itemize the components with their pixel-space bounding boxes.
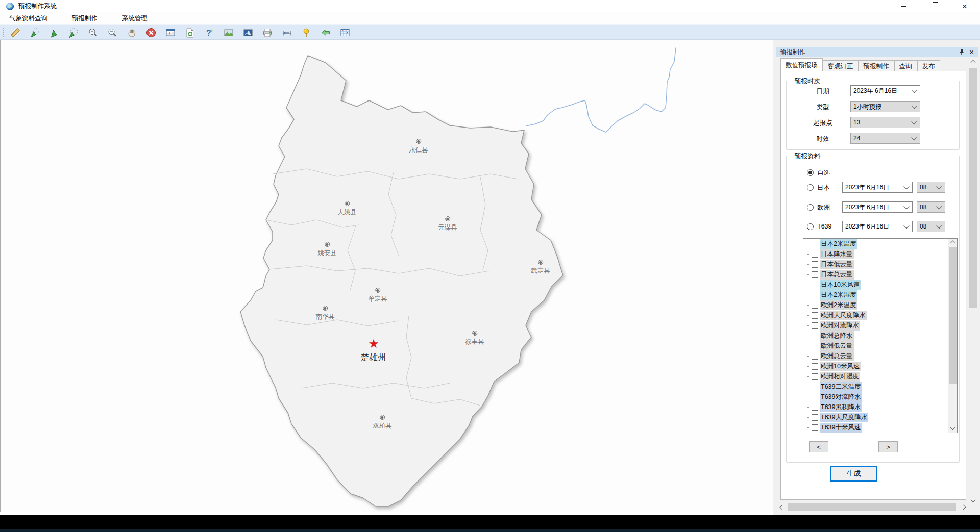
tab-numeric-forecast-field[interactable]: 数值预报场 — [780, 58, 823, 71]
scrollbar-thumb[interactable] — [969, 68, 977, 308]
checkbox[interactable] — [812, 414, 818, 421]
checkbox[interactable] — [812, 424, 818, 431]
tab-publish[interactable]: 发布 — [917, 60, 940, 71]
field-item[interactable]: 日本总云量 — [803, 269, 957, 280]
europe-date-combobox[interactable]: 2023年 6月16日 — [842, 201, 913, 213]
field-item[interactable]: 日本10米风速 — [803, 280, 957, 290]
restore-button[interactable] — [919, 0, 949, 12]
checkbox[interactable] — [812, 404, 818, 411]
field-item[interactable]: 欧洲大尺度降水 — [803, 310, 957, 320]
list-scrollbar[interactable] — [948, 239, 957, 433]
field-item[interactable]: 日本2米湿度 — [803, 290, 957, 300]
field-item[interactable]: 日本降水量 — [803, 249, 957, 259]
japan-date-combobox[interactable]: 2023年 6月16日 — [842, 182, 913, 193]
field-item[interactable]: 欧洲10米风速 — [803, 361, 957, 371]
tab-forecast-production[interactable]: 预报制作 — [859, 60, 894, 71]
checkbox[interactable] — [812, 261, 818, 268]
map-canvas[interactable]: 永仁县 大姚县 元谋县 姚安县 武定县 牟定县 南华县 禄丰县 — [0, 40, 773, 512]
field-item[interactable]: T639十米风速 — [803, 422, 957, 433]
tab-query[interactable]: 查询 — [894, 60, 917, 71]
scroll-left-button[interactable] — [778, 503, 787, 512]
checkbox[interactable] — [812, 333, 818, 339]
checkbox[interactable] — [812, 241, 818, 247]
field-item[interactable]: 欧洲对流降水 — [803, 320, 957, 331]
t639-hour-combobox[interactable]: 08 — [917, 221, 945, 232]
checkbox[interactable] — [812, 343, 818, 349]
zoom-rect-in-button[interactable] — [28, 26, 41, 39]
valid-period-combobox[interactable]: 24 — [850, 133, 920, 144]
generate-button[interactable]: 生成 — [830, 466, 877, 482]
scroll-down-button[interactable] — [969, 496, 977, 505]
field-item[interactable]: 欧洲低云量 — [803, 341, 957, 351]
minimize-button[interactable] — [888, 0, 919, 12]
pan-hand-button[interactable] — [125, 26, 138, 39]
forecast-fields-list[interactable]: 日本2米温度 日本降水量 日本低云量 日本总云量 日本10米风速 日本2米湿度 … — [803, 238, 958, 433]
refresh-document-button[interactable] — [183, 26, 197, 39]
zoom-dynamic-button[interactable] — [67, 26, 80, 39]
radio-t639[interactable] — [807, 223, 814, 230]
checkbox[interactable] — [812, 363, 818, 370]
close-button[interactable]: × — [949, 0, 980, 12]
field-item[interactable]: 欧洲总降水 — [803, 331, 957, 341]
select-arrow-button[interactable] — [47, 26, 61, 39]
checkbox[interactable] — [812, 292, 818, 298]
image-button[interactable] — [222, 26, 235, 39]
scroll-up-button[interactable] — [969, 58, 977, 67]
radio-custom[interactable] — [807, 169, 814, 176]
checkbox[interactable] — [812, 251, 818, 258]
checkbox[interactable] — [812, 373, 818, 380]
chart-window-button[interactable] — [164, 26, 177, 39]
zoom-out-button[interactable] — [106, 26, 119, 39]
radio-europe[interactable] — [807, 204, 814, 211]
help-button[interactable]: ? — [203, 26, 216, 39]
checkbox[interactable] — [812, 271, 818, 278]
field-item[interactable]: 日本2米温度 — [803, 239, 957, 249]
start-hour-combobox[interactable]: 13 — [850, 117, 920, 128]
marker-balloon-button[interactable] — [300, 26, 313, 39]
pin-button[interactable] — [959, 49, 964, 55]
menu-forecast-production[interactable]: 预报制作 — [66, 13, 104, 24]
menu-weather-data-query[interactable]: 气象资料查询 — [3, 13, 54, 24]
measure-ruler-button[interactable] — [9, 26, 22, 39]
scrollbar-thumb[interactable] — [788, 503, 956, 511]
scroll-right-button[interactable] — [959, 503, 968, 512]
checkbox[interactable] — [812, 394, 818, 400]
date-combobox[interactable]: 2023年 6月16日 — [850, 85, 920, 96]
printer-button[interactable] — [261, 26, 274, 39]
field-item[interactable]: T639对流降水 — [803, 392, 957, 402]
back-arrow-button[interactable] — [319, 26, 332, 39]
checkbox[interactable] — [812, 322, 818, 329]
field-item[interactable]: 欧洲总云量 — [803, 351, 957, 361]
japan-hour-combobox[interactable]: 08 — [917, 182, 945, 193]
panel-horizontal-scrollbar[interactable] — [778, 503, 968, 512]
checkbox[interactable] — [812, 302, 818, 309]
panel-close-button[interactable]: × — [969, 48, 974, 56]
image-night-button[interactable] — [241, 26, 255, 39]
t639-date-combobox[interactable]: 2023年 6月16日 — [842, 221, 913, 232]
field-item[interactable]: T639二米温度 — [803, 382, 957, 392]
stop-button[interactable] — [144, 26, 158, 39]
map-grid-button[interactable] — [338, 26, 352, 39]
panel-vertical-scrollbar[interactable] — [969, 58, 977, 505]
prev-button[interactable]: < — [809, 441, 828, 452]
zoom-in-button[interactable] — [86, 26, 100, 39]
scroll-down-button[interactable] — [948, 424, 957, 433]
field-item[interactable]: 日本低云量 — [803, 259, 957, 269]
checkbox[interactable] — [812, 282, 818, 288]
checkbox[interactable] — [812, 312, 818, 319]
checkbox[interactable] — [812, 384, 818, 390]
tab-objective-correction[interactable]: 客观订正 — [823, 60, 859, 71]
europe-hour-combobox[interactable]: 08 — [917, 201, 945, 213]
checkbox[interactable] — [812, 353, 818, 360]
type-combobox[interactable]: 1小时预报 — [850, 101, 920, 112]
menu-system-management[interactable]: 系统管理 — [116, 13, 154, 24]
radio-japan[interactable] — [807, 184, 814, 191]
scrollbar-thumb[interactable] — [949, 247, 957, 384]
field-item[interactable]: 欧洲相对湿度 — [803, 371, 957, 382]
field-item[interactable]: T639累积降水 — [803, 402, 957, 412]
field-item[interactable]: 欧洲2米温度 — [803, 300, 957, 310]
axis-ruler-button[interactable] — [280, 26, 293, 39]
field-item[interactable]: T639大尺度降水 — [803, 412, 957, 422]
next-button[interactable]: > — [878, 441, 898, 452]
scroll-up-button[interactable] — [948, 239, 957, 247]
